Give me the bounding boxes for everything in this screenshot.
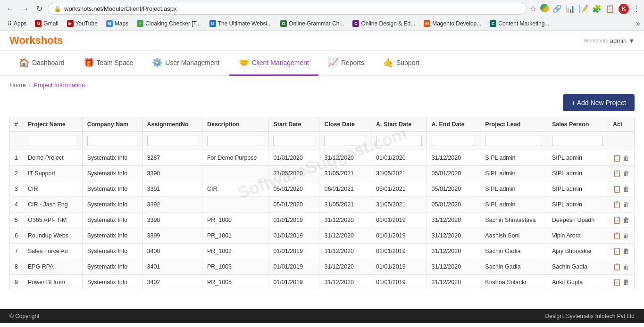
filter-a-start-date[interactable]	[371, 132, 427, 150]
extension-icon-4[interactable]: 📝	[579, 4, 588, 13]
edit-icon[interactable]: 📋	[613, 278, 621, 286]
edit-icon[interactable]: 📋	[613, 247, 621, 255]
col-description[interactable]: Description	[202, 117, 268, 132]
edit-icon[interactable]: 📋	[613, 185, 621, 193]
bookmark-magento[interactable]: M Magento Develop...	[420, 19, 485, 28]
address-bar[interactable]: 🔒 workshots.net/Module/Client/Project.as…	[48, 3, 527, 15]
star-icon[interactable]: ☆	[530, 4, 536, 13]
table-header-row: # Project Name Company Nam AssignmentNo …	[10, 117, 635, 132]
filter-project-lead-input[interactable]	[485, 136, 542, 146]
edit-icon[interactable]: 📋	[613, 201, 621, 208]
delete-icon[interactable]: 🗑	[623, 170, 629, 177]
bookmark-grammar[interactable]: G Online Grammar Ch...	[276, 19, 348, 28]
extension-icon-2[interactable]: 🔗	[552, 4, 562, 13]
filter-assignment-input[interactable]	[147, 136, 197, 146]
edit-icon[interactable]: 📋	[613, 216, 621, 224]
cell-actions: 📋 🗑	[608, 197, 634, 213]
col-project-name[interactable]: Project Name	[23, 117, 82, 132]
browser-toolbar: ← → ↻ 🔒 workshots.net/Module/Client/Proj…	[0, 0, 644, 17]
delete-icon[interactable]: 🗑	[623, 154, 629, 162]
bookmark-gmail[interactable]: M Gmail	[31, 19, 62, 28]
bookmark-apps[interactable]: ⠿ Apps	[4, 19, 30, 28]
user-dropdown-icon[interactable]: ▼	[628, 37, 635, 44]
edit-icon[interactable]: 📋	[613, 170, 621, 177]
filter-a-end-date[interactable]	[427, 132, 480, 150]
extension-icon-6[interactable]: 📋	[605, 4, 615, 13]
nav-item-dashboard[interactable]: 🏠 Dashboard	[9, 51, 74, 76]
nav-item-client-management[interactable]: 🤝 Client Management	[229, 51, 318, 76]
extension-icon-1[interactable]	[540, 4, 549, 14]
bookmark-content[interactable]: C Content Marketing...	[486, 19, 553, 28]
delete-icon[interactable]: 🗑	[623, 216, 629, 224]
filter-description-input[interactable]	[207, 136, 264, 146]
filter-a-end-date-input[interactable]	[432, 136, 476, 146]
bookmark-youtube[interactable]: ▶ YouTube	[63, 19, 101, 28]
cell-description: PR_1000	[202, 213, 268, 228]
back-button[interactable]: ←	[4, 4, 16, 14]
user-menu[interactable]: Workshots admin ▼	[584, 37, 635, 44]
extension-icon-5[interactable]: 🧩	[592, 4, 602, 13]
col-assignment[interactable]: AssignmentNo	[142, 117, 202, 132]
filter-close-date[interactable]	[319, 132, 371, 150]
col-start-date[interactable]: Start Date	[268, 117, 319, 132]
filter-a-start-date-input[interactable]	[376, 136, 421, 146]
user-avatar[interactable]: K	[619, 4, 629, 14]
reload-button[interactable]: ↻	[34, 3, 45, 14]
cell-description: PR_1003	[202, 259, 268, 275]
extension-icon-3[interactable]: 📊	[566, 4, 575, 13]
cell-actions: 📋 🗑	[608, 166, 634, 181]
delete-icon[interactable]: 🗑	[623, 263, 629, 270]
bookmark-maps[interactable]: M Maps	[102, 19, 132, 28]
cell-assignment-no: 3287	[142, 150, 202, 166]
filter-close-date-input[interactable]	[324, 136, 366, 146]
col-close-date[interactable]: Close Date	[319, 117, 371, 132]
bookmark-cloaking[interactable]: ✓ Cloaking Checker [T...	[133, 19, 204, 28]
user-name-label: admin	[610, 37, 627, 44]
bookmark-design[interactable]: C Online Design & Ed...	[349, 19, 419, 28]
ultimate-icon: U	[209, 20, 216, 27]
delete-icon[interactable]: 🗑	[623, 247, 629, 255]
nav-item-reports[interactable]: 📈 Reports	[318, 51, 374, 76]
filter-project-lead[interactable]	[480, 132, 547, 150]
col-project-lead[interactable]: Project Lead	[480, 117, 547, 132]
menu-button[interactable]: ⋮	[633, 4, 640, 13]
col-a-end-date[interactable]: A. End Date	[427, 117, 480, 132]
filter-sales-person[interactable]	[547, 132, 608, 150]
filter-company-input[interactable]	[87, 136, 137, 146]
add-new-project-button[interactable]: + Add New Project	[563, 94, 635, 111]
delete-icon[interactable]: 🗑	[623, 278, 629, 286]
table-row: 7 Sales Force Au Systematix Info 3400 PR…	[10, 244, 635, 259]
filter-assignment[interactable]	[142, 132, 202, 150]
col-a-start-date[interactable]: A. Start Date	[371, 117, 427, 132]
filter-project-name[interactable]	[23, 132, 82, 150]
nav-team-space-label: Team Space	[97, 59, 134, 66]
nav-item-support[interactable]: 🤙 Support	[374, 51, 429, 76]
edit-icon[interactable]: 📋	[613, 263, 621, 270]
edit-icon[interactable]: 📋	[613, 232, 621, 239]
project-table-wrapper[interactable]: # Project Name Company Nam AssignmentNo …	[9, 117, 635, 290]
cell-start-date: 05/01/2020	[268, 181, 319, 197]
delete-icon[interactable]: 🗑	[623, 185, 629, 193]
filter-project-name-input[interactable]	[28, 136, 77, 146]
forward-button[interactable]: →	[19, 4, 31, 14]
edit-icon[interactable]: 📋	[613, 154, 621, 162]
nav-bar: 🏠 Dashboard 🎁 Team Space ⚙️ User Managem…	[0, 51, 644, 76]
cell-company: Systematix Info	[82, 228, 142, 244]
col-sales-person[interactable]: Sales Person	[547, 117, 608, 132]
cell-num: 8	[10, 259, 23, 275]
bookmarks-more-button[interactable]: »	[636, 19, 640, 28]
filter-company[interactable]	[82, 132, 142, 150]
filter-sales-person-input[interactable]	[552, 136, 603, 146]
nav-item-team-space[interactable]: 🎁 Team Space	[74, 51, 143, 76]
filter-start-date-input[interactable]	[273, 136, 314, 146]
breadcrumb-home[interactable]: Home	[9, 82, 26, 89]
delete-icon[interactable]: 🗑	[623, 232, 629, 239]
table-row: 8 EPG RPA Systematix Info 3401 PR_1003 0…	[10, 259, 635, 275]
bookmark-ultimate[interactable]: U The Ultimate Websi...	[206, 19, 276, 28]
cell-project-name: EPG RPA	[23, 259, 82, 275]
col-company[interactable]: Company Nam	[82, 117, 142, 132]
filter-description[interactable]	[202, 132, 268, 150]
nav-item-user-management[interactable]: ⚙️ User Management	[142, 51, 229, 76]
filter-start-date[interactable]	[268, 132, 319, 150]
delete-icon[interactable]: 🗑	[623, 201, 629, 208]
